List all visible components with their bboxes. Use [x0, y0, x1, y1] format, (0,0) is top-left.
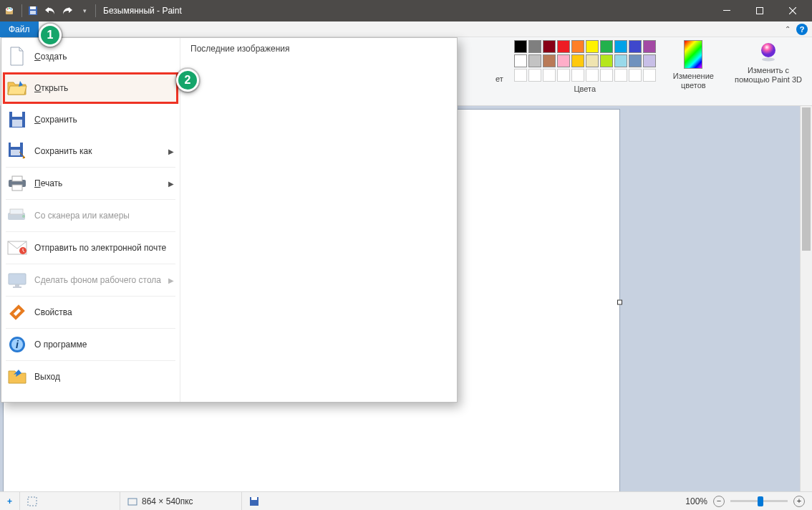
empty-swatch[interactable]	[528, 69, 541, 82]
empty-swatch[interactable]	[586, 69, 599, 82]
svg-rect-21	[11, 150, 20, 155]
color-swatch[interactable]	[528, 54, 541, 67]
svg-point-4	[11, 9, 12, 10]
file-menu-exit[interactable]: Выход	[1, 361, 180, 393]
annotation-1: 1	[39, 24, 62, 47]
svg-rect-30	[9, 274, 26, 284]
save-icon[interactable]	[25, 3, 41, 19]
minimize-button[interactable]	[710, 0, 743, 21]
file-menu-email-label: Отправить по электронной почте	[34, 243, 174, 253]
color-swatch[interactable]	[514, 54, 527, 67]
zoom-out-button[interactable]: −	[713, 496, 725, 507]
paint3d-label: Изменить с помощью Paint 3D	[735, 66, 802, 84]
app-icon[interactable]	[3, 3, 19, 19]
zoom-value: 100%	[685, 496, 707, 506]
color-swatch[interactable]	[514, 40, 527, 53]
empty-swatch[interactable]	[643, 69, 656, 82]
color-swatch[interactable]	[643, 40, 656, 53]
file-menu-from-scanner[interactable]: Со сканера или камеры	[1, 200, 180, 231]
file-menu-new-label: Создать	[34, 52, 174, 62]
color-swatch[interactable]	[629, 40, 642, 53]
zoom-slider-thumb[interactable]	[758, 496, 763, 506]
colors-group-label: Цвета	[574, 85, 596, 94]
svg-rect-8	[723, 10, 730, 11]
info-icon: i	[7, 335, 27, 355]
color-swatch[interactable]	[614, 40, 627, 53]
color-swatch[interactable]	[557, 40, 570, 53]
collapse-ribbon-icon[interactable]: ⌃	[785, 25, 791, 33]
file-menu-exit-label: Выход	[34, 372, 174, 382]
zoom-controls: 100% − +	[678, 496, 812, 507]
svg-rect-23	[12, 176, 22, 181]
canvas-size-segment: 864 × 540пкс	[120, 492, 242, 510]
chevron-right-icon: ▶	[168, 180, 174, 188]
file-menu-properties[interactable]: Свойства	[1, 297, 180, 328]
properties-icon	[7, 302, 27, 322]
recent-images-header: Последние изображения	[190, 44, 447, 54]
file-menu-open[interactable]: Открыть	[1, 72, 180, 104]
file-menu-left: Создать Открыть Сохранить Сохранить как …	[1, 38, 180, 402]
color-swatch[interactable]	[557, 54, 570, 67]
undo-icon[interactable]	[42, 3, 58, 19]
empty-swatch[interactable]	[557, 69, 570, 82]
file-menu-saveas[interactable]: Сохранить как ▶	[1, 135, 180, 167]
colors-group: Цвета	[507, 37, 663, 94]
color-swatch[interactable]	[600, 40, 613, 53]
close-button[interactable]	[776, 0, 809, 21]
vertical-scrollbar[interactable]	[800, 106, 812, 491]
color-swatch[interactable]	[629, 54, 642, 67]
file-menu-new[interactable]: Создать	[1, 41, 180, 72]
svg-point-10	[761, 43, 775, 57]
color-swatch[interactable]	[543, 40, 556, 53]
qat-separator	[21, 4, 22, 17]
svg-point-27	[22, 215, 25, 218]
maximize-button[interactable]	[743, 0, 776, 21]
qat-separator-2	[95, 4, 96, 17]
color-swatch[interactable]	[571, 40, 584, 53]
empty-swatch[interactable]	[600, 69, 613, 82]
color-swatch[interactable]	[528, 40, 541, 53]
email-icon	[7, 238, 27, 258]
palette-row-empty	[514, 69, 656, 82]
scrollbar-thumb[interactable]	[802, 107, 811, 251]
printer-icon	[7, 173, 27, 193]
open-folder-icon	[7, 78, 27, 98]
edit-colors-button[interactable]: Изменение цветов	[663, 37, 724, 90]
new-file-icon	[7, 47, 27, 67]
color-swatch[interactable]	[643, 54, 656, 67]
color-swatch[interactable]	[614, 54, 627, 67]
chevron-right-icon: ▶	[168, 148, 174, 155]
file-menu-save[interactable]: Сохранить	[1, 104, 180, 135]
file-menu-send-email[interactable]: Отправить по электронной почте	[1, 232, 180, 264]
color-swatch[interactable]	[586, 54, 599, 67]
file-menu-open-label: Открыть	[34, 83, 174, 93]
empty-swatch[interactable]	[571, 69, 584, 82]
svg-rect-24	[12, 185, 22, 191]
canvas-size-icon	[127, 496, 137, 506]
zoom-in-button[interactable]: +	[793, 496, 805, 507]
paint-3d-button[interactable]: Изменить с помощью Paint 3D	[725, 37, 812, 84]
zoom-slider[interactable]	[730, 500, 788, 502]
color-swatch[interactable]	[586, 40, 599, 53]
palette-row-1	[514, 40, 656, 53]
svg-rect-15	[251, 497, 257, 500]
empty-swatch[interactable]	[629, 69, 642, 82]
redo-icon[interactable]	[59, 3, 75, 19]
file-menu-print[interactable]: Печать ▶	[1, 168, 180, 199]
help-icon[interactable]: ?	[796, 24, 808, 35]
empty-swatch[interactable]	[614, 69, 627, 82]
color-swatch[interactable]	[543, 54, 556, 67]
color-swatch[interactable]	[600, 54, 613, 67]
color-swatch[interactable]	[571, 54, 584, 67]
empty-swatch[interactable]	[514, 69, 527, 82]
file-tab[interactable]: Файл	[0, 21, 39, 37]
file-menu-recent: Последние изображения	[180, 38, 457, 402]
qat-customize-icon[interactable]: ▾	[77, 3, 92, 19]
desktop-icon	[7, 270, 27, 290]
file-menu-about[interactable]: i О программе	[1, 329, 180, 360]
file-menu-set-wallpaper[interactable]: Сделать фоном рабочего стола ▶	[1, 264, 180, 296]
empty-swatch[interactable]	[543, 69, 556, 82]
file-menu-properties-label: Свойства	[34, 307, 174, 317]
cursor-pos-segment: +	[0, 492, 20, 510]
edit-colors-label: Изменение цветов	[673, 72, 714, 90]
